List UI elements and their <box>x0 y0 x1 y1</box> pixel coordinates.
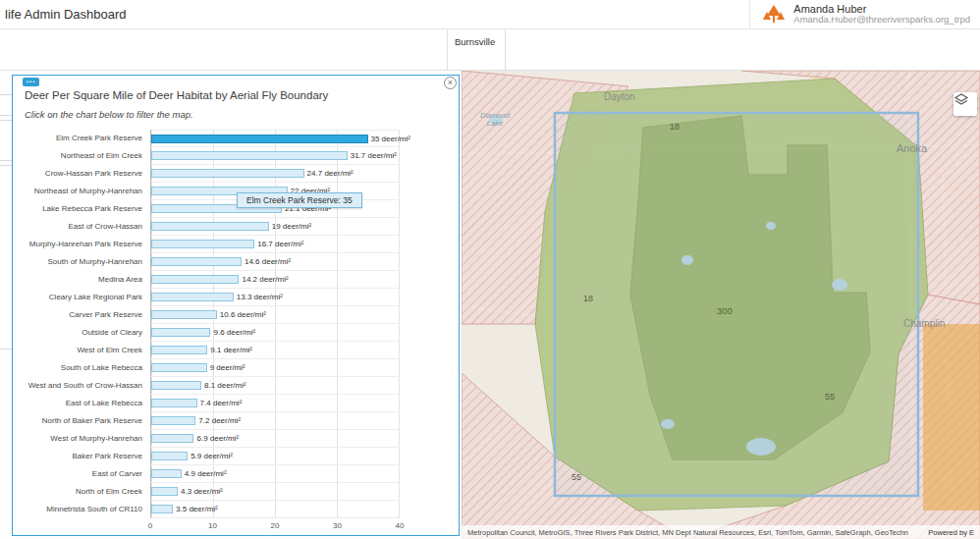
category-label: South of Murphy-Hanrehan <box>25 253 150 271</box>
bar-value-label: 9.6 deer/mi² <box>213 328 255 337</box>
bar-value-label: 24.7 deer/mi² <box>307 169 354 178</box>
org-logo-icon <box>762 3 786 27</box>
panel-menu-button[interactable]: ••• <box>23 78 39 86</box>
category-label: Northeast of Elm Creek <box>25 147 150 165</box>
bar-value-label: 10.6 deer/mi² <box>220 310 266 319</box>
bar[interactable] <box>151 416 195 425</box>
map-attribution: Metropolitan Council, MetroGIS, Three Ri… <box>462 525 980 539</box>
bar-row[interactable]: West and South of Crow-Hassan8.1 deer/mi… <box>25 377 447 395</box>
bar[interactable] <box>151 275 239 284</box>
bar-row[interactable]: Northeast of Elm Creek31.7 deer/mi² <box>25 147 447 165</box>
map-view[interactable]: Dayton Anoka Champlin Diamond Lake 18 18… <box>462 71 980 539</box>
bar[interactable] <box>151 293 234 301</box>
dashboard-content: ••• × Deer Per Square Mile of Deer Habit… <box>0 71 980 539</box>
category-label: Lake Rebecca Park Reserve <box>25 200 150 218</box>
bar-row[interactable]: Minnetrista South of CR1103.5 deer/mi² <box>25 501 447 518</box>
bar-row[interactable]: Lake Rebecca Park Reserve21.1 deer/mi² <box>25 200 447 218</box>
tab-burnsville[interactable]: Burnsville <box>447 29 506 70</box>
bar-track: 4.9 deer/mi² <box>150 465 400 483</box>
bar[interactable] <box>151 135 368 143</box>
bar-value-label: 19 deer/mi² <box>272 222 311 231</box>
bar-row[interactable]: Elm Creek Park Reserve35 deer/mi² <box>25 130 447 147</box>
bar-row[interactable]: West of Murphy-Hanrehan6.9 deer/mi² <box>25 430 447 448</box>
bar-row[interactable]: East of Carver4.9 deer/mi² <box>25 465 447 483</box>
x-tick-label: 10 <box>208 521 217 530</box>
bar-row[interactable]: Crow-Hassan Park Reserve24.7 deer/mi² <box>25 165 447 183</box>
x-tick-label: 40 <box>396 521 405 530</box>
layers-button[interactable] <box>953 92 977 116</box>
chart-tooltip: Elm Creek Park Reserve: 35 <box>237 192 362 208</box>
bar-rows: Elm Creek Park Reserve35 deer/mi²Northea… <box>25 130 447 518</box>
bar-value-label: 14.6 deer/mi² <box>245 257 291 266</box>
category-label: Elm Creek Park Reserve <box>25 130 150 147</box>
x-tick-label: 20 <box>271 521 280 530</box>
bar-track: 6.9 deer/mi² <box>150 430 400 448</box>
bar[interactable] <box>151 310 217 319</box>
bar-track: 9 deer/mi² <box>150 359 400 377</box>
bar-value-label: 4.3 deer/mi² <box>181 487 223 496</box>
bar-value-label: 5.9 deer/mi² <box>191 452 233 460</box>
bar-row[interactable]: Carver Park Reserve10.6 deer/mi² <box>25 306 447 324</box>
bar[interactable] <box>151 222 269 231</box>
category-label: Crow-Hassan Park Reserve <box>25 165 150 183</box>
category-label: Cleary Lake Regional Park <box>25 289 150 306</box>
bar[interactable] <box>151 469 182 478</box>
bar-value-label: 13.3 deer/mi² <box>237 293 283 301</box>
bar-track: 16.7 deer/mi² <box>150 236 400 253</box>
bar-row[interactable]: Outside of Cleary9.6 deer/mi² <box>25 324 447 342</box>
bar-row[interactable]: Medina Area14.2 deer/mi² <box>25 271 447 289</box>
bar-track: 13.3 deer/mi² <box>150 289 400 306</box>
bar[interactable] <box>151 151 348 160</box>
category-label: South of Lake Rebecca <box>25 359 150 377</box>
category-label: West of Elm Creek <box>25 342 150 359</box>
bar[interactable] <box>151 346 207 354</box>
bar[interactable] <box>151 328 210 337</box>
bar-row[interactable]: North of Elm Creek4.3 deer/mi² <box>25 483 447 501</box>
category-label: North of Baker Park Reserve <box>25 412 150 430</box>
category-label: Murphy-Hanrehan Park Reserve <box>25 236 150 253</box>
category-label: North of Elm Creek <box>25 483 150 501</box>
user-info: Amanda Huber Amanda.Huber@threeriverspar… <box>793 3 970 27</box>
bar-row[interactable]: East of Crow-Hassan19 deer/mi² <box>25 218 447 236</box>
bar[interactable] <box>151 434 193 443</box>
bar-track: 9.1 deer/mi² <box>150 342 400 359</box>
bar-value-label: 7.4 deer/mi² <box>200 399 243 407</box>
bar-track: 9.6 deer/mi² <box>150 324 400 342</box>
panel-close-icon[interactable]: × <box>444 77 457 89</box>
bar[interactable] <box>151 363 207 372</box>
user-email: Amanda.Huber@threeriversparks.org_trpd <box>793 15 970 26</box>
bar-row[interactable]: North of Baker Park Reserve7.2 deer/mi² <box>25 412 447 430</box>
app-header: life Admin Dashboard Amanda Huber Amanda… <box>0 0 980 29</box>
powered-by[interactable]: Powered by E <box>920 528 974 537</box>
category-label: West and South of Crow-Hassan <box>25 377 150 395</box>
bar-row[interactable]: West of Elm Creek9.1 deer/mi² <box>25 342 447 359</box>
bar[interactable] <box>151 381 201 390</box>
bar-row[interactable]: South of Murphy-Hanrehan14.6 deer/mi² <box>25 253 447 271</box>
bar[interactable] <box>151 487 178 496</box>
category-label: Outside of Cleary <box>25 324 150 342</box>
user-menu[interactable]: Amanda Huber Amanda.Huber@threeriverspar… <box>749 0 980 28</box>
bar-track: 35 deer/mi² <box>150 130 400 147</box>
bar-track: 7.4 deer/mi² <box>150 395 400 412</box>
bar-row[interactable]: East of Lake Rebecca7.4 deer/mi² <box>25 395 447 412</box>
bar[interactable] <box>151 257 242 266</box>
x-tick-label: 0 <box>148 521 152 530</box>
bar-row[interactable]: Murphy-Hanrehan Park Reserve16.7 deer/mi… <box>25 236 447 253</box>
category-label: East of Carver <box>25 465 150 483</box>
bar-row[interactable]: South of Lake Rebecca9 deer/mi² <box>25 359 447 377</box>
bar-value-label: 7.2 deer/mi² <box>198 416 241 425</box>
bar[interactable] <box>151 169 304 178</box>
tab-strip: Burnsville <box>0 29 980 71</box>
category-label: Minnetrista South of CR110 <box>25 501 150 518</box>
bar-row[interactable]: Northeast of Murphy-Hanrehan22 deer/mi² <box>25 183 447 200</box>
bar[interactable] <box>151 399 197 407</box>
category-label: East of Lake Rebecca <box>25 395 150 412</box>
bar[interactable] <box>151 452 188 460</box>
bar[interactable] <box>151 505 173 513</box>
bar[interactable] <box>151 240 254 248</box>
chart-title: Deer Per Square Mile of Deer Habitat by … <box>25 89 447 101</box>
bar-track: 3.5 deer/mi² <box>150 501 400 518</box>
bar-row[interactable]: Baker Park Reserve5.9 deer/mi² <box>25 448 447 465</box>
bar-row[interactable]: Cleary Lake Regional Park13.3 deer/mi² <box>25 289 447 306</box>
bar-track: 8.1 deer/mi² <box>150 377 400 395</box>
